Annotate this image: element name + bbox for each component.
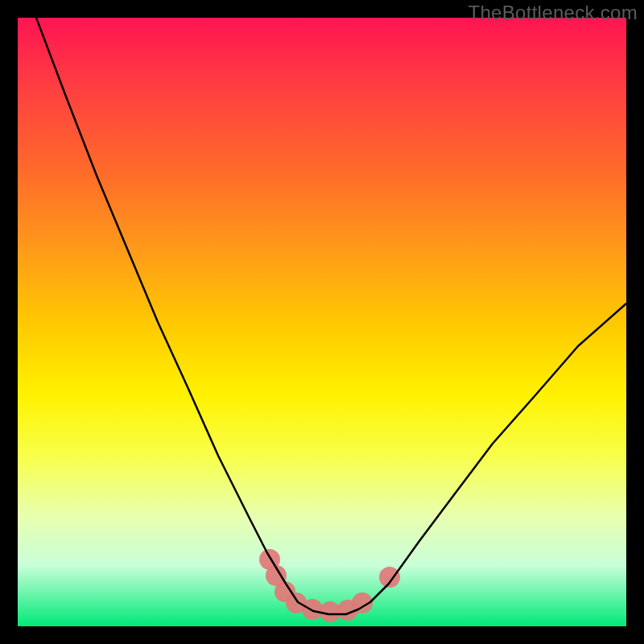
chart-container: TheBottleneck.com — [0, 0, 644, 644]
bottleneck-curve — [18, 18, 626, 626]
svg-point-8 — [379, 567, 400, 588]
curve-path — [36, 18, 626, 614]
svg-point-5 — [320, 601, 341, 622]
highlight-trough — [259, 549, 400, 622]
plot-area — [18, 18, 626, 626]
watermark: TheBottleneck.com — [468, 2, 638, 24]
